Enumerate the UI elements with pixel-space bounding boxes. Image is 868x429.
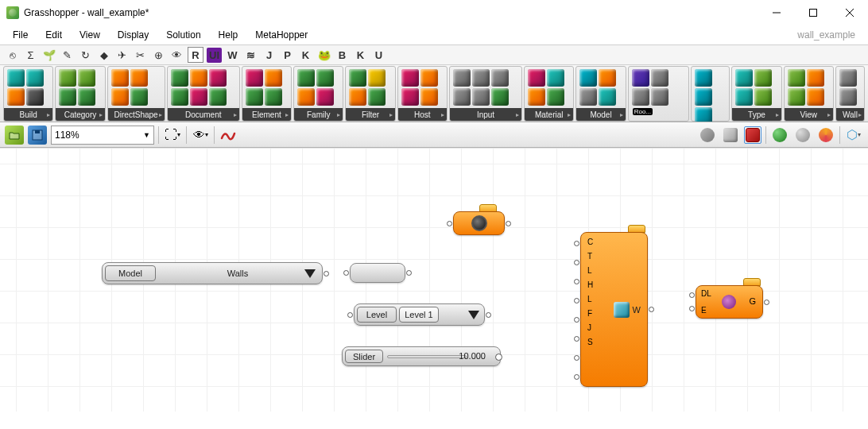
minimize-button[interactable] [758, 0, 795, 25]
tabstrip-icon[interactable]: ◆ [96, 48, 111, 63]
tab-≋[interactable]: ≋ [243, 48, 258, 63]
component-icon[interactable] [547, 69, 564, 87]
component-icon[interactable] [130, 69, 148, 87]
component-icon[interactable] [807, 69, 824, 87]
tab-r[interactable]: R [188, 47, 203, 63]
component-icon[interactable] [695, 88, 712, 106]
save-file-button[interactable] [28, 126, 47, 145]
component-icon[interactable] [265, 69, 282, 87]
number-slider[interactable]: Slider 10.000 [342, 346, 501, 366]
tabstrip-icon[interactable]: ✂ [133, 48, 148, 63]
ribbon-panel-label[interactable]: Filter▸ [346, 108, 394, 121]
component-icon[interactable] [528, 69, 545, 87]
component-icon[interactable] [297, 88, 315, 106]
sketch-button[interactable] [219, 126, 238, 145]
tabstrip-icon[interactable]: Σ [23, 48, 38, 63]
component-icon[interactable] [754, 88, 772, 106]
component-icon[interactable] [316, 69, 334, 87]
geometry-component[interactable]: DL E G [696, 285, 763, 319]
value-list-walls[interactable]: Model Walls [102, 262, 323, 284]
component-icon[interactable] [368, 88, 386, 106]
curve-component[interactable] [453, 211, 505, 235]
component-icon[interactable] [453, 88, 471, 106]
tab-U[interactable]: U [371, 48, 386, 63]
ribbon-panel-label[interactable]: Element▸ [242, 108, 291, 121]
component-icon[interactable] [246, 88, 263, 106]
menu-help[interactable]: Help [211, 28, 246, 42]
tabstrip-icon[interactable]: 👁 [169, 48, 184, 63]
component-icon[interactable] [401, 88, 419, 106]
component-icon[interactable] [547, 88, 564, 106]
menu-view[interactable]: View [72, 28, 108, 42]
ribbon-panel-label[interactable]: Family▸ [294, 108, 343, 121]
input-port[interactable] [689, 306, 695, 311]
menu-edit[interactable]: Edit [37, 28, 70, 42]
component-icon[interactable] [599, 88, 616, 106]
tabstrip-icon[interactable]: ✈ [114, 48, 130, 63]
output-port[interactable] [495, 354, 502, 361]
component-icon[interactable] [491, 88, 509, 106]
component-icon[interactable] [171, 69, 188, 87]
component-icon[interactable] [472, 88, 490, 106]
component-icon[interactable] [265, 88, 282, 106]
component-icon[interactable] [26, 88, 44, 106]
component-icon[interactable] [528, 88, 545, 106]
display-mode-1[interactable] [698, 126, 717, 145]
input-port[interactable] [574, 374, 579, 380]
zoom-select[interactable]: 118% ▼ [51, 126, 154, 145]
output-port[interactable] [486, 312, 491, 318]
component-icon[interactable] [368, 69, 386, 87]
component-icon[interactable] [401, 69, 419, 87]
component-icon[interactable] [78, 88, 95, 106]
component-icon[interactable] [839, 69, 857, 87]
tab-🐸[interactable]: 🐸 [316, 48, 331, 63]
component-icon[interactable] [349, 88, 366, 106]
ribbon-panel-label[interactable]: Category▸ [56, 108, 104, 121]
component-icon[interactable] [579, 88, 597, 106]
input-port[interactable] [447, 221, 452, 226]
preview-button[interactable]: 👁▾ [191, 126, 210, 145]
input-port[interactable] [574, 260, 579, 265]
canvas[interactable]: Model Walls Level Level 1 Slider 10.000 [0, 148, 868, 412]
preview-toggle-1[interactable] [770, 126, 789, 145]
ribbon-panel-label[interactable]: Input▸ [450, 108, 521, 121]
tab-J[interactable]: J [262, 48, 277, 63]
output-port[interactable] [406, 270, 412, 276]
menu-file[interactable]: File [5, 28, 36, 42]
chevron-down-icon[interactable] [468, 311, 479, 319]
component-icon[interactable] [472, 69, 490, 87]
ribbon-panel-label[interactable]: Material▸ [525, 108, 573, 121]
input-port[interactable] [689, 292, 695, 298]
component-icon[interactable] [788, 69, 805, 87]
component-icon[interactable] [491, 69, 509, 87]
tab-K[interactable]: K [353, 48, 368, 63]
component-icon[interactable] [209, 69, 227, 87]
wall-component[interactable]: CTLHLFJS W [580, 232, 648, 387]
close-button[interactable] [831, 0, 868, 25]
component-icon[interactable] [754, 69, 772, 87]
component-icon[interactable] [297, 69, 315, 87]
component-icon[interactable] [735, 69, 753, 87]
display-mode-selected[interactable] [744, 126, 761, 144]
param-placeholder[interactable] [350, 263, 405, 283]
menu-metahopper[interactable]: MetaHopper [247, 28, 316, 42]
tab-K[interactable]: K [298, 48, 313, 63]
tabstrip-icon[interactable]: ⎋ [5, 48, 20, 63]
ribbon-panel-label[interactable]: Build▸ [4, 108, 52, 121]
component-icon[interactable] [171, 88, 188, 106]
value-list-level[interactable]: Level Level 1 [354, 303, 485, 326]
ribbon-panel-label[interactable]: Model▸ [576, 108, 625, 121]
component-icon[interactable] [632, 69, 649, 87]
tabstrip-icon[interactable]: ⊕ [151, 48, 166, 63]
input-port[interactable] [574, 355, 579, 361]
component-icon[interactable] [735, 88, 753, 106]
ribbon-panel-label[interactable]: DirectShape▸ [108, 108, 165, 121]
ribbon-panel-label[interactable]: Wall▸ [836, 108, 864, 121]
component-icon[interactable] [807, 88, 824, 106]
component-icon[interactable] [632, 88, 649, 106]
open-file-button[interactable] [5, 126, 24, 145]
component-icon[interactable] [209, 88, 227, 106]
output-port[interactable] [764, 300, 769, 305]
component-icon[interactable] [190, 88, 207, 106]
tabstrip-icon[interactable]: ✎ [60, 48, 75, 63]
